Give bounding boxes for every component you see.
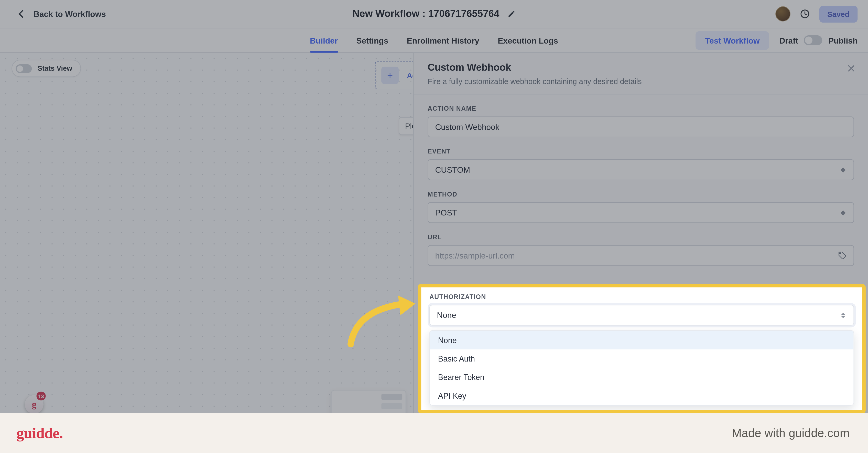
tutorial-arrow-icon: [345, 292, 420, 348]
authorization-label: AUTHORIZATION: [429, 293, 854, 300]
auth-option-none[interactable]: None: [430, 331, 854, 349]
guidde-brand: guidde.: [17, 424, 63, 442]
authorization-select[interactable]: None: [429, 305, 854, 325]
highlight-authorization: AUTHORIZATION None None Basic Auth Beare…: [418, 284, 866, 414]
auth-option-basic[interactable]: Basic Auth: [430, 349, 854, 368]
made-with-text: Made with guidde.com: [732, 426, 849, 440]
guidde-footer: guidde. Made with guidde.com: [0, 413, 868, 453]
authorization-value: None: [437, 311, 456, 320]
auth-option-bearer[interactable]: Bearer Token: [430, 368, 854, 387]
select-caret-icon: [841, 313, 847, 318]
auth-option-apikey[interactable]: API Key: [430, 387, 854, 405]
authorization-dropdown: None Basic Auth Bearer Token API Key: [429, 330, 854, 405]
